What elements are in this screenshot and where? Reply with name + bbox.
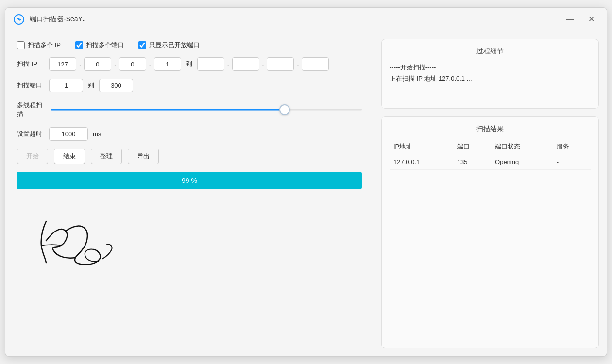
organize-button[interactable]: 整理 [91, 149, 122, 164]
window-controls: — ✕ [552, 12, 599, 27]
thread-label: 多线程扫描 [17, 101, 46, 118]
process-card: 过程细节 -----开始扫描----- 正在扫描 IP 地址 127.0.0.1… [381, 39, 599, 109]
port-from-input[interactable] [49, 79, 83, 92]
ip-dot-6: . [297, 60, 299, 68]
slider-thumb[interactable] [279, 104, 290, 115]
main-content: 扫描多个 IP 扫描多个端口 只显示已开放端口 扫描 IP . . [5, 31, 607, 356]
ip-input-2[interactable] [84, 57, 111, 71]
ip-dot-5: . [262, 60, 264, 68]
timeout-label: 设置超时 [17, 130, 46, 138]
minimize-button[interactable]: — [562, 12, 578, 27]
ip-label: 扫描 IP [17, 60, 46, 68]
signature-svg [17, 202, 114, 275]
start-button[interactable]: 开始 [17, 149, 48, 164]
ip-dot-3: . [149, 60, 151, 68]
scan-multi-port-checkbox[interactable]: 扫描多个端口 [75, 41, 124, 50]
dashed-bottom [51, 116, 362, 116]
scan-multi-ip-label: 扫描多个 IP [28, 41, 61, 50]
result-card: 扫描结果 IP地址 端口 端口状态 服务 127.0.0.1135Opening… [381, 116, 599, 348]
titlebar-separator [552, 15, 552, 24]
ip-dot-4: . [227, 60, 229, 68]
scan-multi-ip-input[interactable] [17, 41, 25, 49]
process-log: -----开始扫描----- 正在扫描 IP 地址 127.0.0.1 ... [390, 62, 591, 100]
scan-multi-port-input[interactable] [75, 41, 83, 49]
svg-point-1 [18, 18, 20, 20]
port-to-text: 到 [88, 81, 94, 90]
checkbox-row: 扫描多个 IP 扫描多个端口 只显示已开放端口 [17, 41, 362, 50]
right-panel: 过程细节 -----开始扫描----- 正在扫描 IP 地址 127.0.0.1… [374, 31, 607, 356]
button-row: 开始 结束 整理 导出 [17, 149, 362, 164]
show-open-only-label: 只显示已开放端口 [149, 41, 200, 50]
main-window: 端口扫描器-SeaYJ — ✕ 扫描多个 IP 扫描多个端口 [5, 7, 607, 357]
port-to-input[interactable] [99, 79, 133, 92]
to-text: 到 [186, 60, 192, 68]
col-port: 端口 [453, 139, 491, 154]
ip-row: 扫描 IP . . . 到 . . . [17, 57, 362, 71]
col-ip: IP地址 [390, 139, 453, 154]
result-title: 扫描结果 [390, 125, 591, 133]
signature-area [17, 197, 362, 347]
end-button[interactable]: 结束 [54, 149, 85, 164]
timeout-row: 设置超时 ms [17, 127, 362, 141]
process-title: 过程细节 [390, 47, 591, 56]
ip-input-4[interactable] [154, 57, 181, 71]
port-label: 扫描端口 [17, 81, 46, 90]
ip-to-input-4[interactable] [302, 57, 329, 71]
scan-multi-ip-checkbox[interactable]: 扫描多个 IP [17, 41, 61, 50]
cell-status: Opening [491, 154, 553, 170]
result-table: IP地址 端口 端口状态 服务 127.0.0.1135Opening- [390, 139, 591, 170]
slider-row: 多线程扫描 [17, 100, 362, 119]
cell-service: - [553, 154, 591, 170]
dashed-top [51, 103, 362, 103]
cell-ip: 127.0.0.1 [390, 154, 453, 170]
col-service: 服务 [553, 139, 591, 154]
slider-fill [51, 109, 284, 111]
thread-slider-wrap [51, 100, 362, 119]
port-row: 扫描端口 到 [17, 79, 362, 92]
window-title: 端口扫描器-SeaYJ [30, 15, 552, 24]
show-open-only-input[interactable] [138, 41, 146, 49]
ip-to-input-3[interactable] [267, 57, 294, 71]
app-icon [13, 14, 25, 25]
ip-input-1[interactable] [49, 57, 76, 71]
ip-to-input-2[interactable] [232, 57, 259, 71]
progress-bar: 99 % [17, 172, 362, 189]
left-panel: 扫描多个 IP 扫描多个端口 只显示已开放端口 扫描 IP . . [5, 31, 374, 356]
export-button[interactable]: 导出 [128, 149, 159, 164]
titlebar: 端口扫描器-SeaYJ — ✕ [5, 8, 607, 31]
ip-input-3[interactable] [119, 57, 146, 71]
table-row: 127.0.0.1135Opening- [390, 154, 591, 170]
col-status: 端口状态 [491, 139, 553, 154]
ip-dot-1: . [79, 60, 81, 68]
scan-multi-port-label: 扫描多个端口 [86, 41, 124, 50]
timeout-input[interactable] [49, 127, 88, 141]
timeout-unit: ms [93, 131, 101, 138]
log-line-1: -----开始扫描----- [390, 62, 591, 73]
cell-port: 135 [453, 154, 491, 170]
close-button[interactable]: ✕ [583, 12, 599, 27]
ip-to-input-1[interactable] [197, 57, 224, 71]
ip-dot-2: . [114, 60, 116, 68]
show-open-only-checkbox[interactable]: 只显示已开放端口 [138, 41, 200, 50]
progress-text: 99 % [182, 177, 197, 184]
log-line-2: 正在扫描 IP 地址 127.0.0.1 ... [390, 73, 591, 84]
